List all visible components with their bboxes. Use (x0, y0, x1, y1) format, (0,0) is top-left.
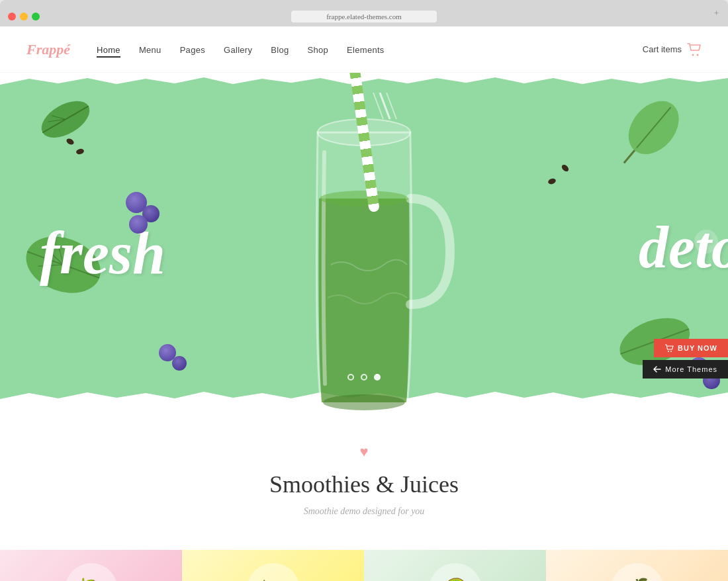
navbar: Frappé Home Menu Pages Gallery Blog Shop… (0, 26, 728, 73)
nav-item-gallery[interactable]: Gallery (224, 44, 252, 56)
slider-next-arrow[interactable] (694, 230, 718, 253)
nav-item-pages[interactable]: Pages (180, 44, 205, 56)
product-icon-3: 🥝 (429, 563, 482, 581)
nav-item-blog[interactable]: Blog (271, 44, 289, 56)
maximize-button[interactable] (32, 13, 40, 21)
section-subtitle: Smoothie demo designed for you (26, 506, 702, 517)
product-row: 🍓 🍋 🥝 🍊 (0, 550, 728, 581)
slide-dot-1[interactable] (347, 374, 354, 380)
product-icon-1: 🍓 (65, 563, 118, 581)
browser-chrome: frappe.elated-themes.com + (0, 0, 728, 26)
cart-area[interactable]: Cart items (643, 43, 702, 56)
nav-item-elements[interactable]: Elements (347, 44, 385, 56)
smoothie-glass (265, 73, 463, 410)
cart-label: Cart items (643, 44, 682, 54)
slider-dots (347, 374, 381, 380)
buy-now-label: BUY NOW (678, 344, 717, 352)
svg-point-20 (320, 191, 408, 206)
traffic-lights (8, 13, 40, 21)
nav-links: Home Menu Pages Gallery Blog Shop Elemen… (97, 44, 643, 56)
buy-now-button[interactable]: BUY NOW (654, 339, 728, 357)
url-text: frappe.elated-themes.com (326, 13, 402, 21)
url-bar[interactable]: frappe.elated-themes.com (291, 11, 437, 22)
close-button[interactable] (8, 13, 16, 21)
slide-dot-3[interactable] (374, 374, 381, 380)
section-title: Smoothies & Juices (26, 470, 702, 498)
cart-icon (687, 43, 702, 56)
section-intro: ♥ Smoothies & Juices Smoothie demo desig… (0, 410, 728, 537)
product-card-bg-2: 🍋 (182, 550, 364, 581)
browser-window: Frappé Home Menu Pages Gallery Blog Shop… (0, 26, 728, 581)
nav-item-shop[interactable]: Shop (308, 44, 329, 56)
arrow-left-icon (653, 366, 661, 373)
heart-icon: ♥ (26, 443, 702, 461)
product-icon-4: 🍊 (611, 563, 664, 581)
cart-icon-small (664, 344, 674, 352)
more-themes-button[interactable]: More Themes (643, 360, 728, 379)
product-card-4[interactable]: 🍊 (546, 550, 728, 581)
hero-slider: fresh deto (0, 73, 728, 410)
nav-item-home[interactable]: Home (97, 44, 120, 56)
product-card-2[interactable]: 🍋 (182, 550, 364, 581)
site-logo[interactable]: Frappé (26, 41, 70, 58)
svg-point-1 (697, 54, 699, 56)
more-themes-label: More Themes (665, 365, 717, 373)
nav-item-menu[interactable]: Menu (139, 44, 161, 56)
product-card-bg-1: 🍓 (0, 550, 182, 581)
svg-point-21 (323, 394, 405, 410)
minimize-button[interactable] (20, 13, 28, 21)
hero-text-fresh: fresh (40, 224, 165, 283)
product-card-1[interactable]: 🍓 (0, 550, 182, 581)
product-card-bg-3: 🥝 (364, 550, 546, 581)
new-tab-button[interactable]: + (714, 8, 719, 19)
svg-point-22 (668, 351, 669, 352)
product-card-bg-4: 🍊 (546, 550, 728, 581)
svg-point-23 (670, 351, 672, 352)
product-icon-2: 🍋 (247, 563, 300, 581)
svg-point-0 (692, 54, 694, 56)
slide-dot-2[interactable] (361, 374, 367, 380)
product-card-3[interactable]: 🥝 (364, 550, 546, 581)
